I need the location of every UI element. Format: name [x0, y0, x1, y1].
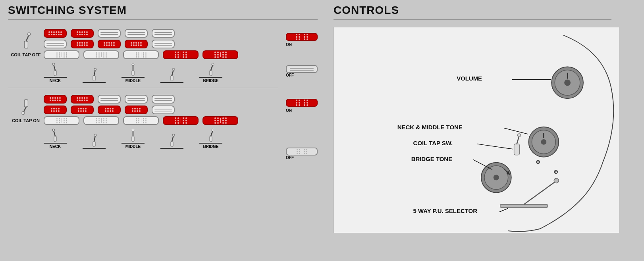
switch-middle-label: MIDDLE: [125, 79, 141, 83]
svg-rect-55: [500, 204, 548, 207]
pickup-on-2-2: [71, 106, 94, 114]
controls-divider: [334, 19, 611, 20]
svg-rect-50: [514, 144, 520, 155]
pickup-hum-on-3-3: [123, 116, 159, 125]
pickup-off-1-3: [98, 29, 121, 38]
pickup-hum-on-3-5: [202, 116, 238, 125]
svg-point-26: [94, 134, 96, 136]
pickup-off-2-5: [152, 40, 175, 48]
switch-toggle-3-on-icon: [129, 128, 137, 142]
pickup-on-1-1: [44, 95, 67, 104]
switch-5-on: BRIDGE: [199, 128, 222, 149]
coil-tap-off-block: COIL TAP OFF: [8, 27, 318, 83]
coil-tap-off-switch-icon: [18, 31, 34, 51]
switch-5-off: BRIDGE: [199, 62, 222, 83]
switch-4-on: [160, 133, 183, 149]
coil-tap-on-switch-icon: [18, 97, 34, 117]
on-label-off: ON: [286, 42, 292, 47]
svg-point-8: [94, 68, 96, 71]
switch-4-off: [160, 67, 183, 83]
svg-rect-15: [210, 70, 212, 76]
svg-rect-30: [171, 141, 173, 147]
svg-point-17: [212, 63, 214, 65]
controls-panel: CONTROLS: [318, 4, 636, 257]
pickup-off-1-2: [71, 29, 94, 38]
on-off-col-on: ON OFF: [282, 93, 318, 160]
pickup-on-2-3: [98, 106, 121, 114]
svg-point-23: [52, 129, 55, 131]
pickup-on-1-3: [98, 95, 121, 104]
pickup-off-2-4: [125, 40, 148, 48]
pickup-off-2-2: [71, 40, 94, 48]
pickup-on-2-4: [125, 106, 148, 114]
switch-pos-on-row: NECK: [44, 128, 276, 149]
switching-system-panel: SWITCHING SYSTEM COIL TAP OFF: [8, 4, 318, 257]
switch-toggle-1-on-icon: [51, 128, 60, 142]
on-indicator-off: ON: [286, 33, 318, 47]
svg-point-43: [541, 139, 546, 145]
off-indicator-off: OFF: [286, 65, 318, 77]
svg-rect-33: [210, 136, 212, 142]
svg-point-52: [518, 134, 521, 137]
switch-bridge-label: BRIDGE: [203, 79, 219, 83]
switch-toggle-4-off-icon: [168, 67, 176, 82]
pickup-off-2-3: [98, 40, 121, 48]
pickup-hum-off-3-4: [163, 50, 199, 59]
svg-point-57: [554, 178, 559, 183]
pickup-hum-on-3-4: [163, 116, 199, 125]
svg-text:⊕: ⊕: [553, 169, 558, 175]
pickup-row-off-2: [44, 40, 276, 48]
svg-rect-6: [93, 75, 95, 81]
svg-text:⊕: ⊕: [536, 159, 540, 165]
pickup-off-1-5: [152, 29, 175, 38]
coil-tap-on-label: COIL TAP ON: [12, 118, 40, 123]
off-pickup-single-off: [286, 65, 318, 73]
coil-tap-on-label-col: COIL TAP ON: [8, 93, 44, 123]
pickup-on-1-4: [125, 95, 148, 104]
pickup-off-2-1: [44, 40, 67, 48]
pickup-hum-on-3-1: [44, 116, 79, 125]
svg-text:5 WAY P.U. SELECTOR: 5 WAY P.U. SELECTOR: [413, 207, 478, 214]
switch-toggle-5-on-icon: [206, 128, 215, 142]
pickup-row-off-3: [44, 50, 276, 59]
off-label-off: OFF: [286, 73, 318, 77]
pickup-row-on-1: [44, 95, 276, 104]
pickup-row-off-1: [44, 29, 276, 38]
pickup-off-1-1: [44, 29, 67, 38]
coil-tap-off-label-col: COIL TAP OFF: [8, 27, 44, 58]
svg-rect-36: [334, 27, 619, 233]
controls-title: CONTROLS: [334, 4, 636, 17]
svg-rect-0: [24, 41, 28, 48]
svg-point-5: [52, 63, 55, 65]
coil-tap-on-block: COIL TAP ON: [8, 93, 318, 160]
switch-2-on: [83, 133, 106, 149]
switching-divider: [8, 19, 318, 20]
svg-rect-27: [132, 136, 134, 142]
controls-svg: ⊕ ⊕ VOLUME NECK & MIDDLE TONE COIL TAP S…: [334, 27, 619, 233]
pickup-on-1-2: [71, 95, 94, 104]
switch-toggle-2-off-icon: [90, 67, 98, 82]
svg-point-11: [132, 63, 134, 65]
pickup-hum-on-3-2: [83, 116, 119, 125]
pickup-hum-off-3-5: [202, 50, 238, 59]
switch-toggle-5-off-icon: [206, 62, 215, 77]
pickup-on-2-5: [152, 106, 175, 114]
pickup-row-on-2: [44, 106, 276, 114]
switch-1-on: NECK: [44, 128, 67, 149]
on-pickup-hum-on: [286, 99, 318, 107]
on-pickup-hum-off: [286, 33, 318, 41]
svg-rect-3: [54, 70, 56, 76]
switch-toggle-2-on-icon: [90, 133, 98, 148]
svg-text:BRIDGE TONE: BRIDGE TONE: [411, 155, 453, 162]
pickup-off-1-4: [125, 29, 148, 38]
on-label-on: ON: [286, 108, 292, 113]
switch-pos-off-row: NECK: [44, 62, 276, 83]
on-off-col-off: ON OFF: [282, 27, 318, 77]
switch-3-off: MIDDLE: [121, 62, 145, 83]
pickup-hum-off-3-1: [44, 50, 79, 59]
switch-middle-on-label: MIDDLE: [125, 144, 141, 149]
off-label-on: OFF: [286, 155, 318, 160]
pickup-on-1-5: [152, 95, 175, 104]
switch-3-on: MIDDLE: [121, 128, 145, 149]
svg-point-35: [212, 129, 214, 131]
